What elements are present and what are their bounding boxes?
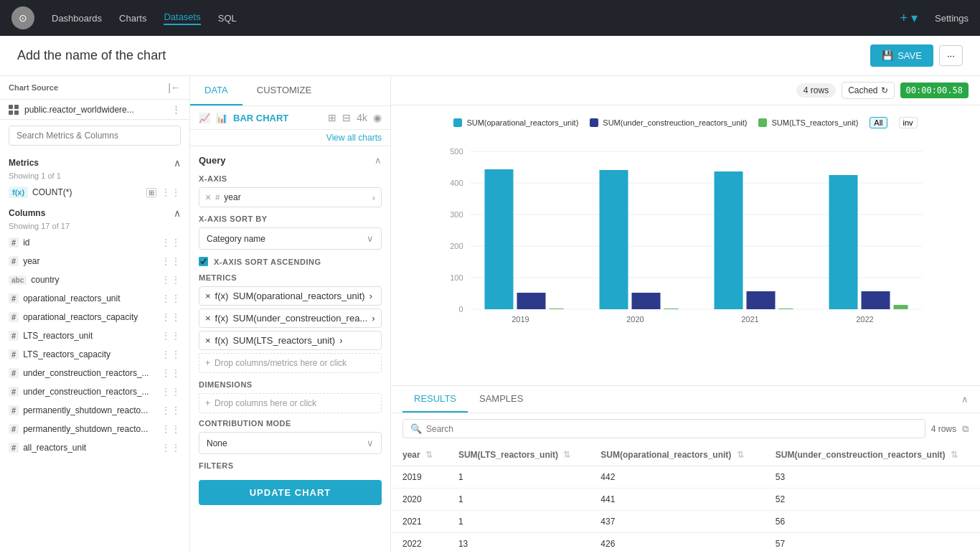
chart-legend: SUM(oparational_reactors_unit) SUM(under… [402,117,969,128]
drag-handle[interactable]: ⋮⋮ [161,311,181,323]
drag-handle[interactable]: ⋮⋮ [161,349,181,360]
table-row: 2021 1 437 56 [391,511,980,533]
col-type-hash: # [9,424,19,434]
query-collapse-button[interactable]: ∧ [374,155,382,166]
bar-2020-oparational [600,170,628,309]
results-search-input[interactable] [426,424,918,434]
tab-data[interactable]: DATA [190,76,242,105]
nav-charts[interactable]: Charts [119,13,146,24]
tab-results[interactable]: RESULTS [402,386,468,413]
drag-handle[interactable]: ⋮⋮ [161,442,181,453]
update-chart-button[interactable]: UPDATE CHART [199,480,382,505]
nav-dashboards[interactable]: Dashboards [52,13,102,24]
save-button[interactable]: 💾 SAVE [870,44,933,67]
more-button[interactable]: ··· [939,45,963,66]
drag-handle[interactable]: ⋮⋮ [161,255,181,267]
contribution-label: CONTRIBUTION MODE [199,419,382,428]
metric-1-arrow[interactable]: › [372,313,374,324]
cached-badge[interactable]: Cached ↻ [842,82,894,99]
chart-type-line-icon[interactable]: 📈 [199,113,210,123]
xaxis-label: X-AXIS [199,174,382,183]
xaxis-sort-ascending-checkbox[interactable] [199,257,208,266]
metric-2-type: f(x) [215,335,229,346]
xaxis-sort-dropdown[interactable]: Category name ∨ [199,227,382,250]
metric-1-remove-icon[interactable]: × [205,313,211,324]
nav-datasets[interactable]: Datasets [164,11,200,25]
drag-handle[interactable]: ⋮⋮ [161,386,181,397]
bar-2021-lts [779,309,793,309]
col-name: id [23,237,156,248]
tab-bar: DATA CUSTOMIZE [190,76,390,106]
tab-samples[interactable]: SAMPLES [468,386,534,413]
metric-2-name: SUM(LTS_reactors_unit) [232,335,335,346]
search-input[interactable] [9,126,181,146]
xaxis-remove-icon[interactable]: × [205,192,211,203]
view-all-charts-link[interactable]: View all charts [190,130,390,146]
cell-year: 2020 [391,489,447,511]
cell-year: 2021 [391,511,447,533]
columns-count: Showing 17 of 17 [0,222,189,233]
drag-handle[interactable]: ⋮⋮ [161,423,181,435]
drag-handle[interactable]: ⋮⋮ [161,330,181,342]
xaxis-field[interactable]: × # year › [199,187,382,207]
chart-pivot-icon[interactable]: ⊟ [342,112,351,123]
drag-handle[interactable]: ⋮⋮ [161,405,181,416]
page-title: Add the name of the chart [17,48,870,63]
metric-2-remove-icon[interactable]: × [205,335,211,346]
contribution-dropdown[interactable]: None ∨ [199,432,382,454]
col-name: LTS_reactors_capacity [23,349,156,359]
table-row: 2019 1 442 53 [391,466,980,489]
columns-list: # id ⋮⋮ # year ⋮⋮ abc country ⋮⋮ # opara… [0,233,189,551]
metric-tag-row-1[interactable]: × f(x) SUM(under_constreuction_rea... › [199,309,382,328]
xaxis-sort-value: Category name [207,234,367,244]
bar-2020-under [632,293,661,309]
legend-all-button[interactable]: All [870,117,887,128]
metrics-section: × f(x) SUM(oparational_reactors_unit) › … [199,286,382,373]
settings-button[interactable]: Settings [935,13,969,24]
dimensions-drop-zone[interactable]: + Drop columns here or click [199,393,382,413]
col-type-hash: # [9,293,19,303]
metric-tag-row-2[interactable]: × f(x) SUM(LTS_reactors_unit) › [199,331,382,350]
metrics-toggle[interactable]: ∧ [174,157,181,169]
calc-icon: ⊞ [146,188,156,197]
page-header: Add the name of the chart 💾 SAVE ··· [0,36,980,76]
xaxis-type-badge: # [215,193,220,202]
legend-inv-button[interactable]: inv [899,117,918,128]
columns-toggle[interactable]: ∧ [174,207,181,219]
filters-label: FILTERS [199,461,382,470]
chart-type-bar-icon[interactable]: 📊 [216,113,227,123]
middle-panel: DATA CUSTOMIZE 📈 📊 BAR CHART ⊞ ⊟ 4k ◉ Vi… [190,76,391,551]
nav-sql[interactable]: SQL [218,13,237,24]
drag-handle[interactable]: ⋮⋮ [161,237,181,248]
drag-handle[interactable]: ⋮⋮ [161,187,181,198]
refresh-icon[interactable]: ↻ [881,85,888,95]
column-item: abc country ⋮⋮ [0,270,189,289]
chart-4k-icon[interactable]: 4k [357,112,367,123]
column-item: # under_constreuction_reactors_... ⋮⋮ [0,382,189,401]
drag-handle[interactable]: ⋮⋮ [161,274,181,286]
legend-dot-2 [758,118,767,127]
results-search-box[interactable]: 🔍 [402,419,925,438]
collapse-icon[interactable]: |← [168,82,181,93]
chart-table-icon[interactable]: ⊞ [328,112,336,123]
dataset-more-button[interactable]: ⋮ [171,104,181,115]
col-type-hash: # [9,387,19,397]
metric-0-remove-icon[interactable]: × [205,291,211,301]
metric-2-arrow[interactable]: › [339,335,342,346]
bar-2021-oparational [715,171,743,309]
drag-handle[interactable]: ⋮⋮ [161,367,181,379]
col-name: permanently_shutdown_reacto... [23,405,156,415]
tab-customize[interactable]: CUSTOMIZE [242,76,326,105]
chart-donut-icon[interactable]: ◉ [373,112,382,123]
copy-button[interactable]: ⧉ [962,423,969,435]
column-item: # permanently_shutdown_reacto... ⋮⋮ [0,401,189,420]
col-header-year: year ⇅ [391,444,447,466]
metric-tag-row-0[interactable]: × f(x) SUM(oparational_reactors_unit) › [199,286,382,306]
bar-2019-lts [550,309,564,309]
metric-0-arrow[interactable]: › [369,291,372,301]
plus-button[interactable]: + ▾ [900,10,918,26]
results-collapse-button[interactable]: ∧ [961,394,969,405]
metrics-drop-zone[interactable]: + Drop columns/metrics here or click [199,353,382,373]
xaxis-arrow-icon[interactable]: › [372,192,375,203]
drag-handle[interactable]: ⋮⋮ [161,293,181,304]
